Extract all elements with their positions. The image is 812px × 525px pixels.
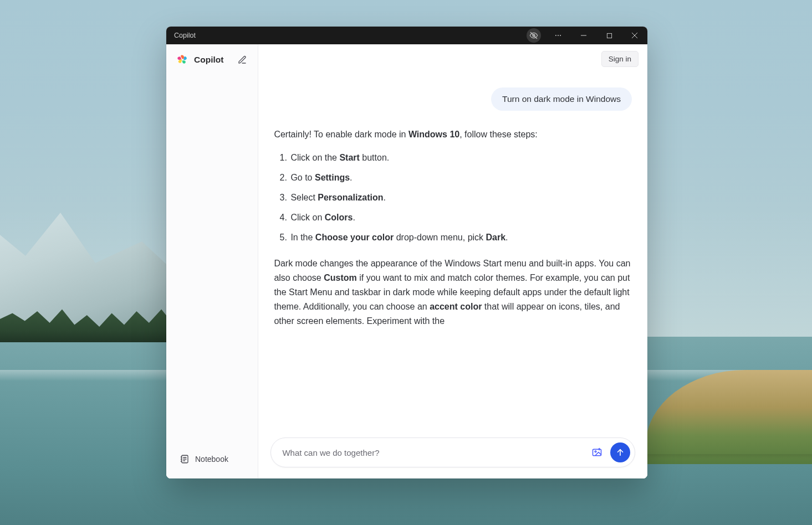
minimize-button[interactable] xyxy=(571,27,596,44)
svg-rect-6 xyxy=(607,33,611,38)
app-name: Copilot xyxy=(194,55,223,65)
assistant-step: Click on the Start button. xyxy=(289,151,632,165)
assistant-step: Go to Settings. xyxy=(289,171,632,185)
svg-point-3 xyxy=(558,35,559,36)
more-options-button[interactable] xyxy=(545,27,571,44)
assistant-paragraph: Dark mode changes the appearance of the … xyxy=(274,256,632,328)
user-message: Turn on dark mode in Windows xyxy=(491,87,632,111)
maximize-button[interactable] xyxy=(596,27,622,44)
message-input[interactable] xyxy=(282,448,584,457)
new-topic-button[interactable] xyxy=(234,52,250,68)
close-button[interactable] xyxy=(622,27,647,44)
copilot-window: Copilot xyxy=(166,27,647,478)
message-list[interactable]: Turn on dark mode in Windows Certainly! … xyxy=(258,73,647,437)
signin-button[interactable]: Sign in xyxy=(601,51,639,67)
composer-area xyxy=(258,437,647,478)
svg-point-2 xyxy=(555,35,556,36)
user-message-row: Turn on dark mode in Windows xyxy=(274,87,632,111)
sidebar: Copilot xyxy=(166,44,258,478)
assistant-step: Select Personalization. xyxy=(289,191,632,205)
assistant-intro: Certainly! To enable dark mode in Window… xyxy=(274,127,632,142)
notebook-button[interactable]: Notebook xyxy=(176,450,248,469)
assistant-step: Click on Colors. xyxy=(289,210,632,225)
svg-point-4 xyxy=(560,35,561,36)
conversation-pane: Sign in Turn on dark mode in Windows Cer… xyxy=(258,44,647,478)
assistant-message: Certainly! To enable dark mode in Window… xyxy=(274,127,632,328)
sidebar-header: Copilot xyxy=(166,44,258,75)
conversation-header: Sign in xyxy=(258,44,647,73)
window-title: Copilot xyxy=(174,32,196,39)
client-area: Copilot xyxy=(166,44,647,478)
inprivate-icon[interactable] xyxy=(527,28,541,43)
assistant-step: In the Choose your color drop-down menu,… xyxy=(289,230,632,245)
add-image-button[interactable] xyxy=(587,442,607,462)
notebook-icon xyxy=(180,454,190,464)
send-button[interactable] xyxy=(610,442,630,462)
notebook-label: Notebook xyxy=(195,455,228,464)
titlebar: Copilot xyxy=(166,27,647,44)
composer xyxy=(270,437,635,467)
svg-rect-16 xyxy=(593,449,601,456)
assistant-steps: Click on the Start button.Go to Settings… xyxy=(274,151,632,245)
svg-point-17 xyxy=(595,451,596,452)
copilot-logo-icon xyxy=(176,54,188,66)
